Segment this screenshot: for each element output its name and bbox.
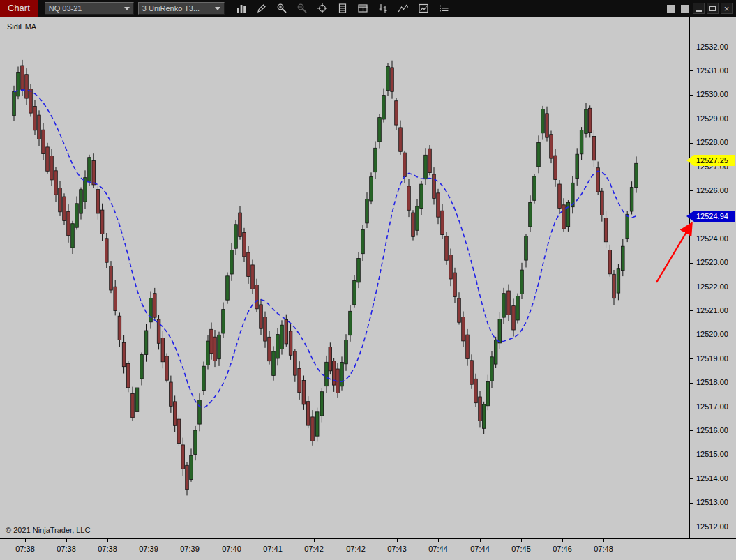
chevron-down-icon [124,7,130,10]
time-axis-label: 07:41 [258,545,287,553]
crosshair-icon[interactable] [315,1,329,15]
ema-price-tag: 12524.94 [686,211,735,222]
price-axis-tick [690,239,693,239]
price-axis-tick [690,287,693,287]
price-axis-tick [690,478,693,479]
time-axis-line [0,538,736,539]
price-axis-label: 12515.00 [696,450,728,458]
price-axis-tick [690,335,693,335]
time-axis-label: 07:38 [10,545,40,553]
price-axis-tick [690,47,693,47]
price-axis-label: 12522.00 [696,282,728,291]
time-axis-label: 07:44 [423,545,453,553]
last-price-tag: 12527.25 [686,155,735,166]
close-button[interactable]: × [721,3,733,14]
time-axis-label: 07:42 [341,545,370,553]
indicators-icon[interactable] [396,1,410,15]
toolbar-icon-group [234,1,451,15]
time-axis-tick [562,539,563,542]
data-series-icon[interactable] [356,1,370,15]
interval-link-button[interactable] [679,3,691,14]
price-axis-label: 12516.00 [696,426,728,434]
price-axis-label: 12526.00 [696,186,728,195]
instrument-selector[interactable]: NQ 03-21 [45,2,134,15]
time-axis-tick [397,539,398,542]
price-axis-label: 12528.00 [696,138,728,146]
window-controls: × [665,3,736,14]
price-axis-tick [690,455,693,455]
time-axis-tick [314,539,315,542]
time-axis-label: 07:48 [589,545,618,553]
interval-selector[interactable]: 3 UniRenko T3... [138,2,225,15]
time-axis-tick [232,539,232,542]
price-axis-label: 12530.00 [696,90,728,98]
properties-icon[interactable] [437,1,451,15]
time-axis-tick [66,539,67,542]
price-axis-label: 12524.00 [696,234,728,243]
time-axis-label: 07:42 [299,545,329,553]
price-axis-tick [690,190,693,191]
price-axis-tick [690,119,693,119]
price-chart-plot[interactable] [0,17,689,538]
time-axis-label: 07:39 [134,545,163,553]
price-axis-tick [690,430,693,431]
time-axis-label: 07:38 [52,545,81,553]
indicator-label: SidiEMA [7,22,36,31]
time-axis-tick [438,539,439,542]
time-axis-tick [107,539,108,542]
snapshot-icon[interactable] [336,1,350,15]
price-axis-label: 12520.00 [696,330,728,338]
time-axis-label: 07:39 [175,545,204,553]
time-axis-label: 07:38 [93,545,122,553]
price-axis-label: 12518.00 [696,378,728,386]
price-axis-label: 12513.00 [696,498,728,506]
time-axis-tick [149,539,149,542]
chart-trader-icon[interactable] [376,1,390,15]
time-axis-tick [521,539,522,542]
price-axis-tick [690,407,693,407]
time-axis-label: 07:46 [548,545,577,553]
price-axis-label: 12512.00 [696,522,728,531]
time-axis-tick [273,539,273,542]
time-axis-label: 07:44 [465,545,495,553]
instrument-link-button[interactable] [665,3,677,14]
price-axis-label: 12532.00 [696,43,728,51]
time-axis-tick [190,539,190,542]
maximize-button[interactable] [707,3,719,14]
time-axis-label: 07:45 [506,545,536,553]
price-axis-tick [690,143,693,144]
price-axis-tick [690,383,693,384]
price-axis-label: 12531.00 [696,66,728,75]
chart-area[interactable]: SidiEMA © 2021 NinjaTrader, LLC 12527.25… [0,17,736,560]
price-axis-tick [690,167,693,167]
chart-toolbar: Chart NQ 03-21 3 UniRenko T3... × [0,0,736,17]
price-axis-tick [690,527,693,527]
price-axis-label: 12529.00 [696,114,728,123]
time-axis-tick [25,539,26,542]
strategies-icon[interactable] [416,1,430,15]
price-axis-label: 12523.00 [696,258,728,266]
zoom-out-icon[interactable] [295,1,309,15]
time-axis-label: 07:43 [382,545,412,553]
price-axis-label: 12517.00 [696,402,728,411]
price-axis-label: 12521.00 [696,306,728,315]
chart-menu-button[interactable]: Chart [0,0,38,17]
chart-styles-icon[interactable] [234,1,248,15]
minimize-button[interactable] [693,3,705,14]
time-axis-tick [480,539,481,542]
chevron-down-icon [215,7,220,10]
instrument-selector-value: NQ 03-21 [49,4,82,13]
copyright-text: © 2021 NinjaTrader, LLC [6,526,90,534]
time-axis-label: 07:40 [217,545,246,553]
drawing-tools-icon[interactable] [255,1,269,15]
time-axis-tick [603,539,604,542]
interval-selector-value: 3 UniRenko T3... [142,4,200,13]
time-axis-tick [356,539,356,542]
price-axis-label: 12514.00 [696,474,728,483]
zoom-in-icon[interactable] [275,1,289,15]
price-axis-tick [690,310,693,311]
price-axis-label: 12519.00 [696,354,728,363]
price-axis-tick [690,358,693,359]
price-axis-tick [690,95,693,96]
price-axis-tick [690,70,693,71]
